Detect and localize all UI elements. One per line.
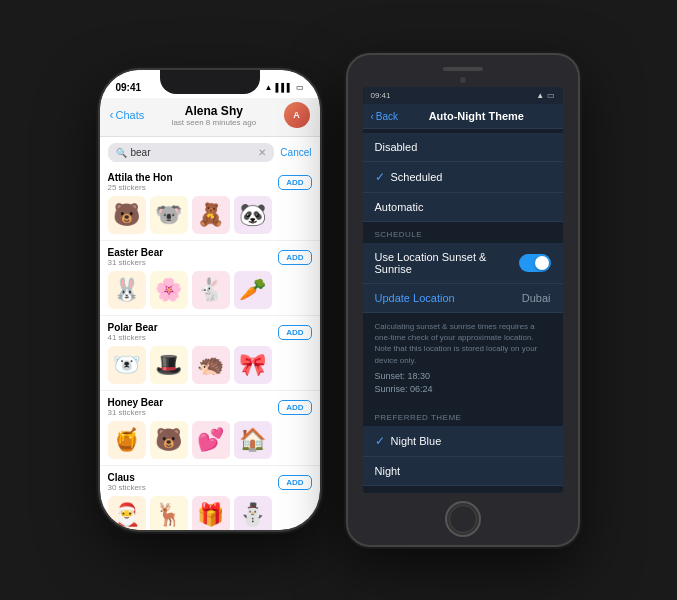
info-box: Calculating sunset & sunrise times requi… (363, 313, 563, 405)
se-content: Disabled ✓ Scheduled Automatic SCHEDULE … (363, 129, 563, 493)
preferred-night-label: Night (375, 465, 551, 477)
option-disabled-label: Disabled (375, 141, 551, 153)
sticker-thumb: 🐼 (234, 196, 272, 234)
sticker-thumb: 🐨 (150, 196, 188, 234)
add-pack-button[interactable]: ADD (278, 400, 311, 415)
sticker-thumb: 🐇 (192, 271, 230, 309)
phones-container: 09:41 ▲ ▌▌▌ ▭ ‹ Chats Alena Shy last see (80, 35, 598, 565)
cancel-button[interactable]: Cancel (280, 147, 311, 158)
avatar: A (284, 102, 310, 128)
add-pack-button[interactable]: ADD (278, 175, 311, 190)
sticker-thumb: 🦔 (192, 346, 230, 384)
sunrise-text: Sunrise: 06:24 (375, 383, 551, 397)
option-disabled[interactable]: Disabled (363, 133, 563, 162)
pack-name: Honey Bear (108, 397, 164, 408)
option-automatic[interactable]: Automatic (363, 193, 563, 222)
pack-name: Attila the Hon (108, 172, 173, 183)
back-chevron-icon: ‹ (110, 108, 114, 122)
check-icon: ✓ (375, 434, 385, 448)
add-pack-button[interactable]: ADD (278, 250, 311, 265)
back-chats-button[interactable]: ‹ Chats (110, 108, 145, 122)
se-screen-title: Auto-Night Theme (398, 110, 554, 122)
sticker-thumb: 💕 (192, 421, 230, 459)
se-nav-bar: ‹ Back Auto-Night Theme (363, 104, 563, 129)
sticker-pack: Easter Bear 31 stickers ADD 🐰 🌸 🐇 🥕 (100, 241, 320, 316)
sticker-thumb: 🥕 (234, 271, 272, 309)
back-chevron-icon: ‹ (371, 111, 374, 122)
sticker-thumb: 🦌 (150, 496, 188, 530)
sticker-thumb: 🌸 (150, 271, 188, 309)
back-label: Chats (116, 109, 145, 121)
update-location-row[interactable]: Update Location Dubai (363, 284, 563, 313)
sticker-thumb: 🎁 (192, 496, 230, 530)
se-back-label: Back (376, 111, 398, 122)
home-button-inner (449, 505, 477, 533)
sticker-thumb: 🐰 (108, 271, 146, 309)
search-input-wrap[interactable]: 🔍 bear ✕ (108, 143, 275, 162)
location-toggle[interactable] (519, 254, 551, 272)
update-location-label: Update Location (375, 292, 522, 304)
se-status-bar: 09:41 ▲ ▭ (363, 87, 563, 104)
pack-count: 41 stickers (108, 333, 158, 342)
pack-count: 25 stickers (108, 183, 173, 192)
status-time: 09:41 (116, 82, 142, 93)
search-bar: 🔍 bear ✕ Cancel (108, 143, 312, 162)
search-icon: 🔍 (116, 148, 127, 158)
option-scheduled[interactable]: ✓ Scheduled (363, 162, 563, 193)
pack-name: Claus (108, 472, 146, 483)
sticker-list: Attila the Hon 25 stickers ADD 🐻 🐨 🧸 🐼 (100, 166, 320, 530)
add-pack-button[interactable]: ADD (278, 475, 311, 490)
se-back-button[interactable]: ‹ Back (371, 111, 399, 122)
phone-x-screen: 09:41 ▲ ▌▌▌ ▭ ‹ Chats Alena Shy last see (100, 70, 320, 530)
home-button[interactable] (445, 501, 481, 537)
sunset-text: Sunset: 18:30 (375, 370, 551, 384)
search-value: bear (131, 147, 255, 158)
sticker-row: 🐻‍❄️ 🎩 🦔 🎀 (108, 346, 312, 384)
location-toggle-row: Use Location Sunset & Sunrise (363, 243, 563, 284)
contact-name: Alena Shy (172, 104, 257, 118)
se-status-icons: ▲ ▭ (536, 91, 554, 100)
camera (460, 77, 466, 83)
phone-se: 09:41 ▲ ▭ ‹ Back Auto-Night Theme Disabl… (348, 55, 578, 545)
preferred-section-label: PREFERRED THEME (363, 405, 563, 426)
phone-bottom (348, 493, 578, 545)
sticker-thumb: 🏠 (234, 421, 272, 459)
sticker-pack: Polar Bear 41 stickers ADD 🐻‍❄️ 🎩 🦔 🎀 (100, 316, 320, 391)
battery-icon: ▭ (296, 83, 304, 92)
sticker-pack: Attila the Hon 25 stickers ADD 🐻 🐨 🧸 🐼 (100, 166, 320, 241)
phone-x: 09:41 ▲ ▌▌▌ ▭ ‹ Chats Alena Shy last see (100, 70, 320, 530)
location-toggle-label: Use Location Sunset & Sunrise (375, 251, 519, 275)
sticker-row: 🐻 🐨 🧸 🐼 (108, 196, 312, 234)
sticker-row: 🎅 🦌 🎁 ⛄ (108, 496, 312, 530)
sticker-thumb: ⛄ (234, 496, 272, 530)
pack-count: 31 stickers (108, 408, 164, 417)
chat-header: ‹ Chats Alena Shy last seen 8 minutes ag… (100, 98, 320, 137)
sticker-pack: Claus 30 stickers ADD 🎅 🦌 🎁 ⛄ (100, 466, 320, 530)
option-automatic-label: Automatic (375, 201, 551, 213)
sticker-row: 🍯 🐻 💕 🏠 (108, 421, 312, 459)
last-seen: last seen 8 minutes ago (172, 118, 257, 127)
sticker-thumb: 🧸 (192, 196, 230, 234)
sticker-thumb: 🐻 (108, 196, 146, 234)
wifi-icon: ▲ (265, 83, 273, 92)
preferred-night-blue[interactable]: ✓ Night Blue (363, 426, 563, 457)
location-value: Dubai (522, 292, 551, 304)
option-scheduled-label: Scheduled (391, 171, 551, 183)
preferred-night[interactable]: Night (363, 457, 563, 486)
sticker-thumb: 🐻‍❄️ (108, 346, 146, 384)
add-pack-button[interactable]: ADD (278, 325, 311, 340)
sticker-thumb: 🎩 (150, 346, 188, 384)
sticker-thumb: 🎅 (108, 496, 146, 530)
sticker-thumb: 🐻 (150, 421, 188, 459)
pack-name: Easter Bear (108, 247, 164, 258)
sticker-thumb: 🎀 (234, 346, 272, 384)
sticker-thumb: 🍯 (108, 421, 146, 459)
schedule-section-label: SCHEDULE (363, 222, 563, 243)
sticker-pack: Honey Bear 31 stickers ADD 🍯 🐻 💕 🏠 (100, 391, 320, 466)
clear-search-icon[interactable]: ✕ (258, 147, 266, 158)
pack-name: Polar Bear (108, 322, 158, 333)
notch (160, 70, 260, 94)
toggle-knob (535, 256, 549, 270)
pack-count: 30 stickers (108, 483, 146, 492)
pack-count: 31 stickers (108, 258, 164, 267)
